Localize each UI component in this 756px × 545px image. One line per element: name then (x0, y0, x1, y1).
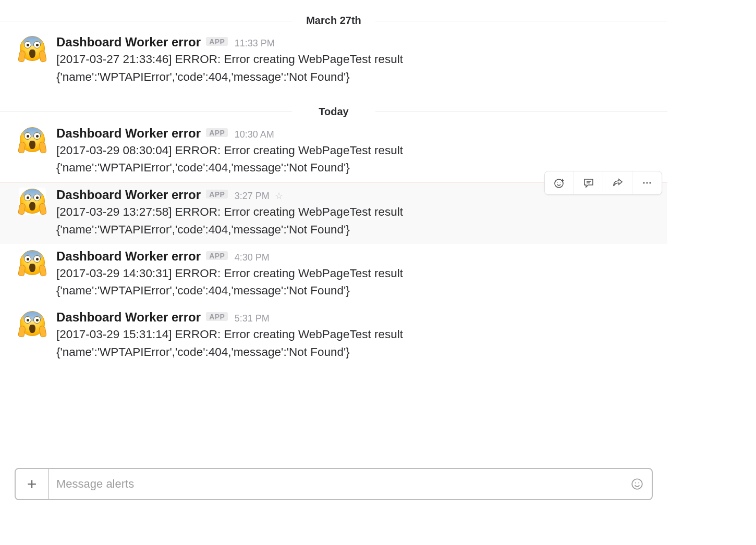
message-timestamp[interactable]: 10:30 AM (235, 129, 274, 140)
add-reaction-button[interactable] (545, 171, 574, 194)
message-hover-actions (544, 171, 662, 195)
message-body: [2017-03-27 21:33:46] ERROR: Error creat… (56, 51, 654, 86)
avatar[interactable] (19, 188, 46, 215)
message-header: Dashboard Worker error APP 5:31 PM (56, 310, 654, 325)
message[interactable]: Dashboard Worker error APP 5:31 PM [2017… (0, 305, 667, 366)
more-actions-button[interactable] (632, 171, 662, 194)
svg-point-8 (632, 479, 642, 489)
message-timestamp[interactable]: 3:27 PM (235, 191, 270, 201)
message-header: Dashboard Worker error APP 11:33 PM (56, 35, 654, 49)
avatar[interactable] (19, 35, 46, 62)
message-header: Dashboard Worker error APP 4:30 PM (56, 249, 654, 264)
composer: + (15, 468, 653, 500)
app-badge: APP (206, 128, 228, 137)
scream-emoji-icon (20, 250, 45, 275)
message[interactable]: Dashboard Worker error APP 3:27 PM ☆ [20… (0, 182, 667, 244)
message-body: [2017-03-29 13:27:58] ERROR: Error creat… (56, 203, 654, 239)
scream-emoji-icon (20, 311, 45, 336)
star-icon[interactable]: ☆ (275, 190, 283, 202)
message[interactable]: Dashboard Worker error APP 4:30 PM [2017… (0, 244, 667, 305)
start-thread-button[interactable] (574, 171, 603, 194)
avatar[interactable] (19, 249, 46, 276)
avatar[interactable] (19, 126, 46, 153)
smiley-icon (630, 477, 644, 491)
message-body: [2017-03-29 15:31:14] ERROR: Error creat… (56, 326, 654, 361)
avatar[interactable] (19, 310, 46, 337)
sender-name[interactable]: Dashboard Worker error (56, 188, 201, 202)
day-divider-label: Today (307, 106, 360, 118)
attach-button[interactable]: + (16, 469, 49, 499)
scream-emoji-icon (20, 127, 45, 152)
sender-name[interactable]: Dashboard Worker error (56, 126, 201, 140)
svg-point-6 (646, 182, 648, 183)
emoji-picker-button[interactable] (623, 469, 652, 499)
svg-point-1 (557, 182, 557, 182)
sender-name[interactable]: Dashboard Worker error (56, 249, 201, 263)
app-badge: APP (206, 37, 228, 46)
message-timestamp[interactable]: 4:30 PM (235, 252, 270, 263)
day-divider-label: March 27th (295, 15, 373, 27)
svg-point-9 (635, 482, 636, 484)
message-pane: March 27th Dashboard Worker error APP 11… (0, 15, 667, 515)
message-timestamp[interactable]: 5:31 PM (235, 313, 270, 324)
scream-emoji-icon (20, 36, 45, 61)
share-arrow-icon (612, 177, 624, 189)
share-message-button[interactable] (603, 171, 632, 194)
app-badge: APP (206, 251, 228, 260)
ellipsis-icon (641, 177, 653, 189)
plus-icon: + (27, 475, 37, 494)
message-body: [2017-03-29 14:30:31] ERROR: Error creat… (56, 265, 654, 300)
svg-point-5 (643, 182, 644, 183)
svg-point-7 (649, 182, 651, 183)
app-badge: APP (206, 190, 228, 199)
scream-emoji-icon (20, 189, 45, 214)
add-reaction-icon (553, 177, 566, 189)
message[interactable]: Dashboard Worker error APP 11:33 PM [201… (0, 30, 667, 91)
day-divider: Today (0, 106, 667, 118)
app-badge: APP (206, 312, 228, 321)
sender-name[interactable]: Dashboard Worker error (56, 35, 201, 49)
day-divider: March 27th (0, 15, 667, 27)
svg-point-2 (559, 182, 560, 182)
message-timestamp[interactable]: 11:33 PM (235, 38, 275, 48)
speech-bubble-icon (582, 177, 595, 189)
message-input[interactable] (49, 469, 623, 499)
svg-point-10 (638, 482, 639, 484)
message-header: Dashboard Worker error APP 10:30 AM (56, 126, 654, 141)
sender-name[interactable]: Dashboard Worker error (56, 310, 201, 324)
